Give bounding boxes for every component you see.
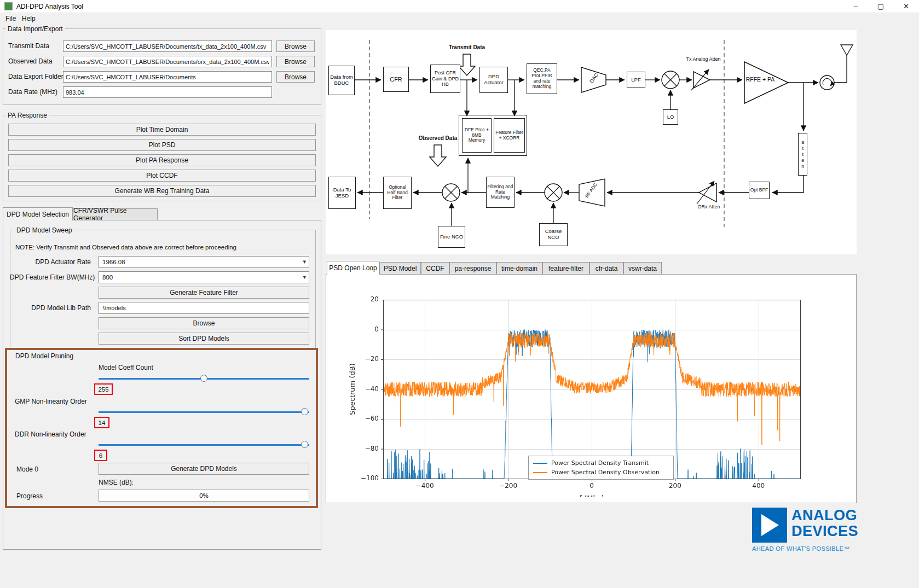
tab-feature-filter[interactable]: feature-filter (542, 262, 589, 275)
tab-ccdf[interactable]: CCDF (421, 262, 449, 275)
sort-dpd-models-button[interactable]: Sort DPD Models (99, 333, 309, 345)
block-lo: LO (663, 109, 678, 125)
dpd-feature-filter-bw-label: DPD Feature Filter BW(MHz) (10, 273, 91, 281)
plot-time-domain-button[interactable]: Plot Time Domain (8, 124, 316, 136)
dpd-actuator-rate-combobox[interactable]: 1966.08 ▾ (99, 256, 309, 268)
dpd-actuator-rate-value: 1966.08 (102, 259, 125, 265)
app-icon (4, 2, 13, 10)
block-post-cfr: Post CFR Gain & DPD HB (430, 65, 460, 93)
data-import-export-title: Data Import/Export (5, 25, 65, 33)
transmit-data-label: Transmit Data (8, 42, 49, 50)
block-coarse-nco: Coarse NCO (539, 223, 568, 246)
data-rate-input[interactable] (63, 86, 272, 98)
data-export-folder-browse-button[interactable]: Browse (276, 71, 315, 83)
pruning-highlight-annotation (5, 348, 318, 508)
dpd-actuator-rate-label: DPD Actuator Rate (10, 258, 91, 266)
transmit-data-browse-button[interactable]: Browse (276, 40, 315, 52)
observed-data-input[interactable] (63, 56, 272, 67)
transmit-data-input[interactable] (63, 40, 272, 52)
close-button[interactable]: ✕ (893, 0, 919, 13)
tab-vswr-data[interactable]: vswr-data (623, 262, 662, 275)
menu-help[interactable]: Help (20, 15, 38, 22)
generate-feature-filter-button[interactable]: Generate Feature Filter (99, 287, 309, 299)
block-data-from-bduc: Data from BDUC (328, 66, 355, 95)
block-dpd-actuator: DPD Actuator (479, 67, 508, 93)
tab-pa-response[interactable]: pa-response (449, 262, 496, 275)
brand-name-line1: ANALOG (791, 508, 857, 523)
adi-triangle-icon (761, 514, 779, 536)
data-rate-label: Data Rate (MHz) (8, 88, 57, 96)
block-data-to-jesd: Data To JESD (328, 177, 356, 209)
dpd-model-lib-path-label: DPD Model Lib Path (10, 304, 91, 312)
dpd-model-lib-path-input[interactable] (99, 302, 309, 314)
block-dfe-proc: DFE Proc + 8MB Memory (462, 118, 492, 153)
lib-path-browse-button[interactable]: Browse (99, 317, 309, 329)
chevron-down-icon[interactable]: ▾ (303, 273, 306, 281)
legend-item-transmit: Power Spectral Density Transmit (533, 458, 669, 468)
dpd-model-sweep-title: DPD Model Sweep (14, 226, 74, 234)
block-opt-bpf: Opt BPF (749, 182, 770, 199)
plot-pa-response-button[interactable]: Plot PA Response (8, 154, 316, 166)
block-optional-half-band-filter: Optional Half Band Filter (383, 177, 412, 209)
legend-item-observation: Power Spectral Density Observation (533, 468, 669, 477)
block-cfr: CFR (383, 67, 409, 92)
observed-data-label: Observed Data (8, 57, 53, 65)
minimize-button[interactable]: – (843, 0, 868, 13)
analog-devices-logo-icon (752, 508, 787, 543)
tab-psd-model[interactable]: PSD Model (379, 262, 421, 275)
block-filtering-rate-matching: Filtering and Rate Matching (486, 177, 515, 208)
brand-tagline: AHEAD OF WHAT'S POSSIBLE™ (752, 545, 850, 552)
rffe-pa-label: RFFE + PA (745, 76, 775, 83)
legend-line-transmit (533, 463, 547, 464)
menu-file[interactable]: File (3, 15, 18, 22)
tab-dpd-model-selection[interactable]: DPD Model Selection (3, 207, 73, 220)
legend-label-observation: Power Spectral Density Observation (551, 469, 660, 476)
brand-name-line2: DEVICES (791, 524, 858, 539)
block-atten: atten (798, 133, 807, 176)
app-window: ADI-DPD Analysis Tool – ▢ ✕ File Help Da… (0, 0, 919, 588)
block-feature-filter: Feature Filter + XCORR (494, 118, 525, 153)
legend-label-transmit: Power Spectral Density Transmit (551, 459, 649, 467)
generate-wb-reg-button[interactable]: Generate WB Reg Training Data (8, 185, 316, 197)
block-qec: QEC,PA Prot,PFIR and rate matching (527, 63, 557, 94)
tab-time-domain[interactable]: time-domain (496, 262, 542, 275)
menu-bar: File Help (0, 13, 919, 25)
dpd-block-diagram: Data from BDUC CFR Post CFR Gain & DPD H… (326, 30, 857, 254)
orx-atten-label: ORx Atten (690, 204, 727, 209)
transmit-data-annotation: Transmit Data (441, 44, 493, 50)
pa-response-title: PA Response (5, 112, 49, 119)
block-fine-nco: Fine NCO (438, 226, 465, 248)
dpd-feature-filter-bw-combobox[interactable]: 800 ▾ (99, 271, 309, 283)
dpd-model-pruning-title: DPD Model Pruning (13, 352, 76, 360)
block-lpf: LPF (627, 72, 645, 88)
tab-cfr-vswr-pulse-generator[interactable]: CFR/VSWR Pulse Generator (73, 208, 158, 220)
observed-data-browse-button[interactable]: Browse (276, 56, 315, 67)
tab-cfr-data[interactable]: cfr-data (589, 262, 623, 275)
plot-psd-button[interactable]: Plot PSD (8, 139, 316, 151)
sweep-note: NOTE: Verify Transmit and Observed data … (15, 244, 236, 251)
legend-line-observation (533, 472, 547, 473)
tx-analog-atten-label: Tx Analog Atten (680, 56, 726, 62)
plot-ccdf-button[interactable]: Plot CCDF (8, 170, 316, 182)
observed-data-annotation: Observed Data (412, 135, 464, 141)
data-export-folder-label: Data Export Folder (8, 73, 63, 80)
title-bar: ADI-DPD Analysis Tool – ▢ ✕ (0, 0, 919, 13)
chevron-down-icon[interactable]: ▾ (303, 258, 306, 265)
window-title: ADI-DPD Analysis Tool (16, 3, 83, 10)
chart-legend: Power Spectral Density Transmit Power Sp… (528, 456, 674, 480)
tab-psd-open-loop[interactable]: PSD Open Loop (327, 261, 379, 275)
dpd-feature-filter-bw-value: 800 (102, 274, 113, 281)
maximize-button[interactable]: ▢ (868, 0, 893, 13)
data-export-folder-input[interactable] (63, 71, 272, 83)
diagram-lines (326, 30, 857, 254)
